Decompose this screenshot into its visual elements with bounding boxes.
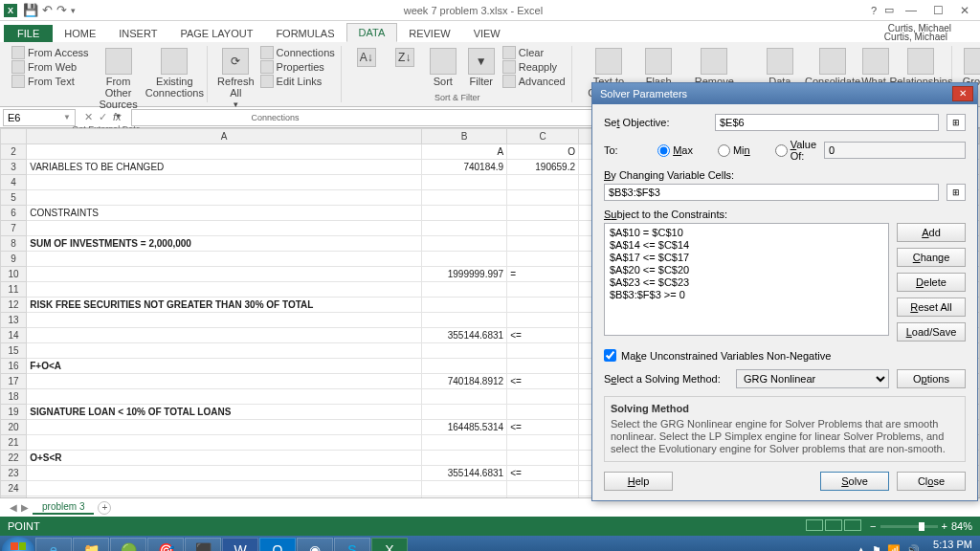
- cancel-formula-icon[interactable]: ✕: [84, 111, 93, 123]
- taskbar-app-icon[interactable]: 🟢: [110, 538, 146, 551]
- row-header[interactable]: 18: [1, 389, 27, 405]
- row-header[interactable]: 3: [1, 160, 27, 175]
- file-tab[interactable]: FILE: [4, 25, 53, 42]
- value-of-radio[interactable]: Value Of:: [775, 139, 816, 162]
- tab-home[interactable]: HOME: [53, 25, 107, 42]
- taskbar-chrome-icon[interactable]: ◉: [297, 538, 333, 551]
- ref-picker-button[interactable]: ⊞: [947, 184, 966, 201]
- taskbar-explorer-icon[interactable]: 📁: [73, 538, 109, 551]
- taskbar-excel-icon[interactable]: X: [371, 538, 408, 551]
- filter-button[interactable]: ▼Filter: [464, 46, 499, 89]
- value-of-input[interactable]: [824, 142, 966, 159]
- row-header[interactable]: 10: [1, 267, 27, 282]
- zoom-slider[interactable]: −+84%: [870, 520, 972, 532]
- min-radio[interactable]: Min: [718, 144, 750, 157]
- max-radio[interactable]: Max: [657, 144, 693, 157]
- add-button[interactable]: Add: [897, 223, 966, 242]
- maximize-button[interactable]: ☐: [928, 4, 947, 17]
- sheet-tab-problem-3[interactable]: problem 3: [33, 500, 94, 515]
- col-header[interactable]: C: [507, 129, 579, 144]
- clock[interactable]: 5:13 PM2/21/2018: [925, 540, 972, 551]
- row-header[interactable]: 12: [1, 298, 27, 313]
- row-header[interactable]: 5: [1, 190, 27, 206]
- changing-cells-input[interactable]: [604, 184, 939, 201]
- close-button[interactable]: Close: [897, 472, 966, 491]
- close-button[interactable]: ✕: [955, 4, 974, 17]
- row-header[interactable]: 9: [1, 252, 27, 267]
- row-header[interactable]: 19: [1, 405, 27, 420]
- sheet-nav-prev[interactable]: ◀: [10, 502, 17, 513]
- tray-flag-icon[interactable]: ⚑: [872, 544, 881, 552]
- row-header[interactable]: 7: [1, 221, 27, 236]
- fx-icon[interactable]: fx: [113, 111, 125, 123]
- advanced-button[interactable]: Advanced: [502, 75, 566, 88]
- tab-view[interactable]: VIEW: [462, 25, 512, 42]
- chevron-down-icon[interactable]: ▼: [63, 113, 71, 121]
- sheet-nav-next[interactable]: ▶: [21, 502, 29, 513]
- help-button[interactable]: Help: [604, 472, 673, 491]
- row-header[interactable]: 25: [1, 496, 27, 498]
- tab-formulas[interactable]: FORMULAS: [264, 25, 345, 42]
- reapply-button[interactable]: Reapply: [502, 60, 566, 74]
- from-web-button[interactable]: From Web: [11, 60, 89, 74]
- tab-page-layout[interactable]: PAGE LAYOUT: [168, 25, 264, 42]
- row-header[interactable]: 17: [1, 374, 27, 389]
- edit-links-button[interactable]: Edit Links: [260, 75, 335, 88]
- row-header[interactable]: 16: [1, 359, 27, 374]
- ref-picker-button[interactable]: ⊞: [947, 114, 966, 131]
- user-label[interactable]: Curtis, Michael: [888, 23, 951, 33]
- nonneg-checkbox[interactable]: Make Unconstrained Variables Non-Negativ…: [604, 349, 966, 362]
- sort-za-button[interactable]: Z↓: [388, 46, 422, 69]
- save-icon[interactable]: 💾: [23, 3, 38, 17]
- existing-connections-button[interactable]: Existing Connections: [148, 46, 202, 100]
- taskbar-app-icon[interactable]: 🎯: [147, 538, 184, 551]
- solving-method-select[interactable]: GRG Nonlinear: [736, 369, 889, 388]
- sort-az-button[interactable]: A↓: [349, 46, 384, 69]
- dialog-titlebar[interactable]: Solver Parameters ✕: [592, 83, 977, 104]
- sort-button[interactable]: Sort: [426, 46, 460, 89]
- delete-button[interactable]: Delete: [897, 273, 966, 292]
- row-header[interactable]: 6: [1, 206, 27, 221]
- view-buttons[interactable]: [805, 519, 862, 533]
- taskbar-app-icon[interactable]: ⬛: [185, 538, 221, 551]
- clear-button[interactable]: Clear: [502, 46, 566, 59]
- load-save-button[interactable]: Load/Save: [897, 322, 966, 342]
- row-header[interactable]: 22: [1, 451, 27, 466]
- row-header[interactable]: 2: [1, 144, 27, 160]
- constraints-listbox[interactable]: $A$10 = $C$10 $A$14 <= $C$14 $A$17 <= $C…: [604, 223, 889, 336]
- enter-formula-icon[interactable]: ✓: [99, 111, 107, 123]
- taskbar-ie-icon[interactable]: e: [35, 538, 72, 551]
- row-header[interactable]: 8: [1, 236, 27, 252]
- tray-network-icon[interactable]: 📶: [887, 544, 901, 552]
- properties-button[interactable]: Properties: [260, 60, 335, 74]
- tab-data[interactable]: DATA: [346, 23, 398, 42]
- from-access-button[interactable]: From Access: [11, 46, 89, 59]
- row-header[interactable]: 13: [1, 313, 27, 328]
- ribbon-options-icon[interactable]: ▭: [884, 4, 894, 16]
- tray-up-icon[interactable]: ▲: [856, 544, 866, 551]
- reset-all-button[interactable]: Reset All: [897, 298, 966, 317]
- tray-sound-icon[interactable]: 🔊: [906, 544, 920, 552]
- row-header[interactable]: 11: [1, 282, 27, 298]
- new-sheet-button[interactable]: +: [98, 501, 111, 515]
- row-header[interactable]: 4: [1, 175, 27, 190]
- row-header[interactable]: 14: [1, 328, 27, 343]
- col-header[interactable]: B: [422, 129, 507, 144]
- change-button[interactable]: Change: [897, 248, 966, 267]
- from-text-button[interactable]: From Text: [11, 75, 89, 88]
- undo-icon[interactable]: ↶: [42, 3, 53, 17]
- help-icon[interactable]: ?: [871, 5, 877, 16]
- refresh-all-button[interactable]: ⟳Refresh All▾: [215, 46, 256, 111]
- dialog-close-button[interactable]: ✕: [952, 86, 973, 101]
- name-box[interactable]: E6▼: [3, 109, 76, 126]
- tab-insert[interactable]: INSERT: [107, 25, 168, 42]
- taskbar-skype-icon[interactable]: S: [334, 538, 370, 551]
- options-button[interactable]: Options: [897, 369, 966, 388]
- row-header[interactable]: 24: [1, 481, 27, 496]
- col-header[interactable]: A: [27, 129, 422, 144]
- objective-input[interactable]: [715, 114, 939, 131]
- taskbar-outlook-icon[interactable]: O: [259, 538, 296, 551]
- row-header[interactable]: 23: [1, 466, 27, 481]
- row-header[interactable]: 15: [1, 343, 27, 359]
- minimize-button[interactable]: —: [902, 4, 921, 17]
